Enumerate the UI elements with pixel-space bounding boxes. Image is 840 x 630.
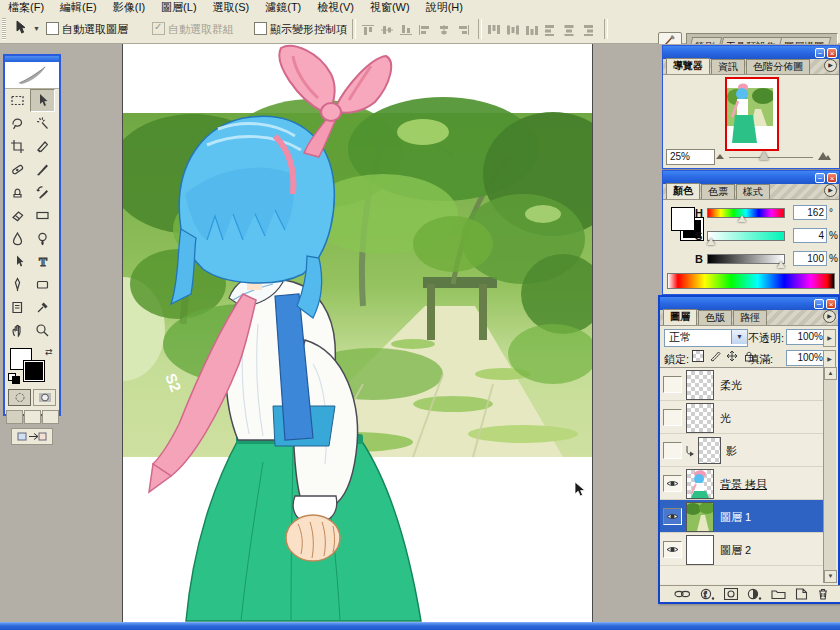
- fill-value-field[interactable]: 100%: [786, 350, 826, 366]
- chevron-down-icon[interactable]: ▼: [731, 330, 747, 344]
- menu-window[interactable]: 視窗(W): [362, 0, 418, 15]
- zoom-in-icon[interactable]: [817, 150, 831, 161]
- opacity-value-field[interactable]: 100%: [786, 329, 826, 345]
- layer-row-background-copy[interactable]: 背景 拷貝: [660, 467, 824, 500]
- brightness-slider-thumb[interactable]: [777, 261, 785, 268]
- layer-name[interactable]: 影: [726, 444, 737, 459]
- standard-screen-mode-button[interactable]: [6, 410, 23, 424]
- layer-name[interactable]: 圖層 2: [720, 543, 751, 558]
- tab-navigator[interactable]: 導覽器: [666, 58, 710, 74]
- lock-position-icon[interactable]: [726, 350, 738, 362]
- rectangular-marquee-tool[interactable]: [5, 89, 30, 112]
- delete-layer-icon[interactable]: [817, 588, 829, 600]
- saturation-slider-thumb[interactable]: [707, 238, 715, 245]
- close-icon[interactable]: ×: [827, 48, 837, 58]
- background-color-swatch[interactable]: [23, 360, 45, 382]
- color-spectrum-ramp[interactable]: [667, 273, 835, 289]
- magic-wand-tool[interactable]: [30, 112, 55, 135]
- lasso-tool[interactable]: [5, 112, 30, 135]
- align-bottom-edges-icon[interactable]: [399, 24, 413, 36]
- menu-filter[interactable]: 濾鏡(T): [257, 0, 309, 15]
- align-top-edges-icon[interactable]: [361, 24, 375, 36]
- crop-tool[interactable]: [5, 135, 30, 158]
- layer-thumbnail[interactable]: [686, 502, 714, 532]
- distribute-horizontal-centers-icon[interactable]: [563, 24, 577, 36]
- layer-thumbnail[interactable]: [686, 403, 714, 433]
- close-icon[interactable]: ×: [826, 299, 836, 309]
- panel-menu-icon[interactable]: ▶: [824, 184, 837, 197]
- minimize-icon[interactable]: −: [815, 48, 825, 58]
- align-vertical-centers-icon[interactable]: [380, 24, 394, 36]
- visibility-toggle[interactable]: [663, 409, 682, 426]
- layer-thumbnail[interactable]: [686, 469, 714, 499]
- show-transform-controls-checkbox[interactable]: 顯示變形控制項: [254, 22, 347, 37]
- navigator-zoom-slider-thumb[interactable]: [759, 151, 769, 160]
- tab-info[interactable]: 資訊: [711, 59, 745, 74]
- panel-menu-icon[interactable]: ▶: [824, 59, 837, 72]
- brightness-slider[interactable]: [707, 254, 785, 264]
- minimize-icon[interactable]: −: [815, 173, 825, 183]
- zoom-out-icon[interactable]: [715, 152, 725, 160]
- auto-select-layer-checkbox[interactable]: 自動選取圖層: [46, 22, 128, 37]
- hand-tool[interactable]: [5, 319, 30, 342]
- layer-style-icon[interactable]: f: [700, 588, 715, 600]
- distribute-right-edges-icon[interactable]: [582, 24, 596, 36]
- scroll-down-icon[interactable]: ▼: [824, 570, 837, 583]
- fullscreen-mode-button[interactable]: [42, 410, 59, 424]
- adjustment-layer-icon[interactable]: [747, 588, 762, 600]
- document-canvas[interactable]: S2: [122, 44, 593, 622]
- layer-thumbnail[interactable]: [698, 437, 721, 464]
- tab-styles[interactable]: 樣式: [736, 184, 770, 199]
- visibility-toggle[interactable]: [663, 508, 682, 525]
- minimize-icon[interactable]: −: [814, 299, 824, 309]
- saturation-value-field[interactable]: 4: [793, 228, 827, 243]
- tab-layers[interactable]: 圖層: [663, 309, 697, 325]
- opacity-slider-arrow-icon[interactable]: ▶: [823, 329, 836, 347]
- notes-tool[interactable]: [5, 296, 30, 319]
- visibility-toggle[interactable]: [663, 475, 682, 492]
- navigator-zoom-slider[interactable]: [729, 157, 813, 158]
- layers-scrollbar[interactable]: ▲ ▼: [823, 367, 836, 583]
- checkbox-box[interactable]: [46, 22, 59, 35]
- menu-image[interactable]: 影像(I): [105, 0, 153, 15]
- move-tool-icon[interactable]: [13, 20, 33, 38]
- shape-tool[interactable]: [30, 273, 55, 296]
- tab-swatches[interactable]: 色票: [701, 184, 735, 199]
- options-bar-grip[interactable]: [2, 18, 6, 40]
- link-layers-icon[interactable]: [674, 589, 691, 599]
- distribute-bottom-edges-icon[interactable]: [525, 24, 539, 36]
- default-colors-icon[interactable]: [8, 373, 20, 383]
- layer-row-soft-light[interactable]: 柔光: [660, 368, 824, 401]
- new-group-icon[interactable]: [771, 588, 786, 600]
- menu-help[interactable]: 說明(H): [418, 0, 471, 15]
- layer-thumbnail[interactable]: [686, 370, 714, 400]
- hue-slider-thumb[interactable]: [738, 215, 746, 222]
- distribute-top-edges-icon[interactable]: [487, 24, 501, 36]
- slice-tool[interactable]: [30, 135, 55, 158]
- layer-thumbnail[interactable]: [686, 535, 714, 565]
- taskbar-edge[interactable]: [0, 622, 840, 630]
- layer-name[interactable]: 柔光: [720, 378, 742, 393]
- new-layer-icon[interactable]: [795, 588, 808, 600]
- hue-value-field[interactable]: 162: [793, 205, 827, 220]
- layer-name[interactable]: 圖層 1: [720, 510, 751, 525]
- foreground-color-swatch[interactable]: [671, 207, 695, 231]
- brush-tool[interactable]: [30, 158, 55, 181]
- navigator-zoom-field[interactable]: 25%: [666, 149, 715, 165]
- checkbox-box[interactable]: [254, 22, 267, 35]
- panel-menu-icon[interactable]: ▶: [823, 310, 836, 323]
- tab-histogram[interactable]: 色階分佈圖: [746, 59, 810, 74]
- standard-mode-button[interactable]: [8, 389, 31, 406]
- eyedropper-tool[interactable]: [30, 296, 55, 319]
- tab-color[interactable]: 顏色: [666, 183, 700, 199]
- blur-tool[interactable]: [5, 227, 30, 250]
- zoom-tool[interactable]: [30, 319, 55, 342]
- dodge-tool[interactable]: [30, 227, 55, 250]
- scroll-up-icon[interactable]: ▲: [824, 367, 837, 380]
- align-left-edges-icon[interactable]: [418, 24, 432, 36]
- layer-mask-icon[interactable]: [724, 588, 738, 600]
- menu-file[interactable]: 檔案(F): [0, 0, 52, 15]
- distribute-vertical-centers-icon[interactable]: [506, 24, 520, 36]
- eraser-tool[interactable]: [5, 204, 30, 227]
- navigator-proxy-preview[interactable]: [725, 77, 779, 151]
